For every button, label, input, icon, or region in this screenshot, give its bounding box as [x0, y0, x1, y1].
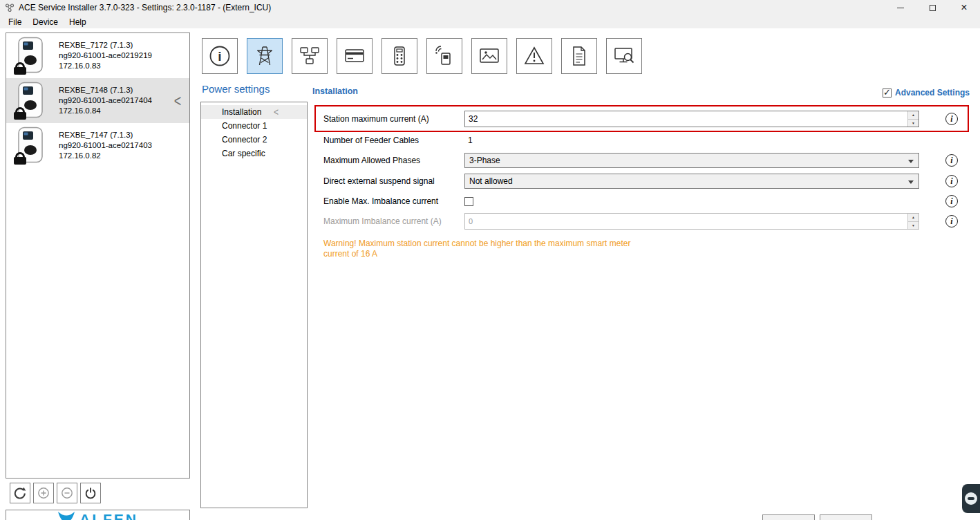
advanced-settings-checkbox[interactable]: [883, 89, 892, 98]
menu-file[interactable]: File: [3, 15, 27, 28]
page-title: Installation: [312, 86, 358, 96]
device-info: REXBE_7148 (7.1.3) ng920-61001-ace021740…: [59, 85, 152, 116]
power-settings-nav: Installation Connector 1 Connector 2 Car…: [200, 102, 308, 508]
info-icon: i: [208, 44, 232, 68]
monitor-search-icon: [612, 44, 636, 68]
device-ip: 172.16.0.84: [59, 106, 152, 116]
device-code: ng920-61001-ace0219219: [59, 50, 152, 61]
field-label: Maximum Imbalance current (A): [312, 216, 464, 226]
spin-up-icon[interactable]: [908, 111, 918, 120]
power-pylon-icon: [253, 44, 276, 68]
imbalance-enable-checkbox[interactable]: [464, 197, 473, 206]
tab-warnings[interactable]: [516, 38, 552, 74]
minimize-icon: [897, 8, 904, 8]
refresh-icon: [14, 487, 26, 499]
maximize-button[interactable]: [916, 0, 948, 15]
image-icon: [478, 44, 501, 68]
device-ip: 172.16.0.83: [59, 61, 152, 71]
spin-up-icon[interactable]: [908, 214, 918, 222]
settings-toolbar: i: [202, 38, 642, 74]
nav-item-installation[interactable]: Installation: [201, 105, 307, 119]
device-actions: [10, 483, 101, 503]
info-icon[interactable]: [945, 154, 958, 167]
spin-down-icon[interactable]: [908, 120, 918, 127]
device-item-rexbe-7148[interactable]: REXBE_7148 (7.1.3) ng920-61001-ace021740…: [6, 78, 189, 123]
station-max-current-value[interactable]: 32: [465, 111, 907, 127]
edge-overlay-widget[interactable]: [962, 484, 980, 513]
info-icon[interactable]: [945, 215, 958, 228]
document-icon: [567, 44, 591, 68]
close-icon: [961, 1, 967, 14]
installation-form: Station maximum current (A) 32 Number of…: [312, 104, 970, 498]
tab-diagnostics[interactable]: [606, 38, 642, 74]
overlay-circle-icon: [965, 492, 977, 505]
minimize-button[interactable]: [885, 0, 916, 15]
tab-power-settings[interactable]: [247, 38, 283, 74]
charge-station-icon: [12, 127, 49, 165]
advanced-settings-label: Advanced Settings: [895, 88, 970, 98]
feeder-cables-value: 1: [464, 136, 473, 145]
minus-circle-icon: [61, 487, 73, 499]
info-icon[interactable]: [945, 195, 958, 207]
device-item-rexbe-7147[interactable]: REXBE_7147 (7.1.3) ng920-61001-ace021740…: [6, 123, 189, 168]
spin-down-icon[interactable]: [908, 222, 918, 230]
warning-triangle-icon: [522, 44, 546, 68]
warning-line-1: Warning! Maximum station current cannot …: [323, 239, 630, 249]
refresh-button[interactable]: [10, 483, 30, 503]
charge-station-icon: [12, 37, 49, 75]
brand-logo-text: ALFEN: [79, 512, 138, 520]
row-imbalance-current: Maximum Imbalance current (A) 0: [312, 213, 970, 230]
tab-connectivity[interactable]: [426, 38, 462, 74]
spinner-buttons: [907, 111, 918, 127]
window-title: ACE Service Installer 3.7.0-323 - Settin…: [19, 3, 271, 12]
max-phases-value: 3-Phase: [469, 156, 500, 165]
max-phases-dropdown[interactable]: 3-Phase: [464, 153, 919, 168]
station-max-current-input[interactable]: 32: [464, 111, 919, 127]
menu-device[interactable]: Device: [27, 15, 64, 28]
tab-payment[interactable]: [337, 38, 373, 74]
tab-info[interactable]: i: [202, 38, 238, 74]
warning-message: Warning! Maximum station current cannot …: [323, 239, 630, 259]
svg-text:i: i: [218, 49, 221, 64]
nav-item-label: Car specific: [222, 149, 265, 158]
menu-help[interactable]: Help: [64, 15, 92, 28]
info-icon[interactable]: [945, 175, 958, 187]
device-name: REXBE_7148 (7.1.3): [59, 85, 152, 95]
advanced-settings-toggle[interactable]: Advanced Settings: [883, 88, 970, 98]
bottom-action-button-2[interactable]: [820, 514, 872, 520]
plus-circle-icon: [37, 487, 50, 499]
imbalance-current-input[interactable]: 0: [464, 213, 919, 230]
close-button[interactable]: [948, 0, 980, 15]
device-item-rexbe-7172[interactable]: REXBE_7172 (7.1.3) ng920-61001-ace021921…: [6, 33, 189, 78]
device-name: REXBE_7172 (7.1.3): [59, 40, 152, 50]
maximize-icon: [930, 5, 936, 11]
info-icon[interactable]: [945, 113, 958, 125]
field-label: Direct external suspend signal: [312, 176, 464, 186]
warning-line-2: current of 16 A: [323, 249, 630, 259]
keypad-icon: [388, 44, 411, 68]
tab-authorization[interactable]: [381, 38, 417, 74]
device-info: REXBE_7147 (7.1.3) ng920-61001-ace021740…: [59, 130, 152, 161]
device-list: REXBE_7172 (7.1.3) ng920-61001-ace021921…: [6, 32, 190, 479]
payment-card-icon: [343, 44, 366, 68]
tab-network[interactable]: [292, 38, 328, 74]
brand-logo: ALFEN: [57, 512, 138, 520]
collapse-chevron-icon[interactable]: [274, 105, 279, 119]
tab-display[interactable]: [471, 38, 507, 74]
power-button[interactable]: [80, 483, 101, 503]
remove-device-button[interactable]: [57, 483, 77, 503]
app-window: ACE Service Installer 3.7.0-323 - Settin…: [0, 0, 980, 520]
nav-item-connector-1[interactable]: Connector 1: [201, 119, 307, 133]
nav-item-connector-2[interactable]: Connector 2: [201, 133, 307, 147]
add-device-button[interactable]: [33, 483, 54, 503]
collapse-chevron-icon[interactable]: [174, 91, 182, 111]
suspend-signal-dropdown[interactable]: Not allowed: [464, 174, 919, 189]
brand-logo-panel: ALFEN: [6, 510, 190, 520]
nav-item-label: Connector 2: [222, 135, 267, 145]
field-label: Maximum Allowed Phases: [312, 156, 464, 165]
row-station-max-current: Station maximum current (A) 32: [312, 111, 970, 127]
nav-item-car-specific[interactable]: Car specific: [201, 147, 307, 160]
tab-logs[interactable]: [561, 38, 597, 74]
bottom-action-button-1[interactable]: [762, 514, 815, 520]
titlebar: ACE Service Installer 3.7.0-323 - Settin…: [0, 0, 980, 15]
